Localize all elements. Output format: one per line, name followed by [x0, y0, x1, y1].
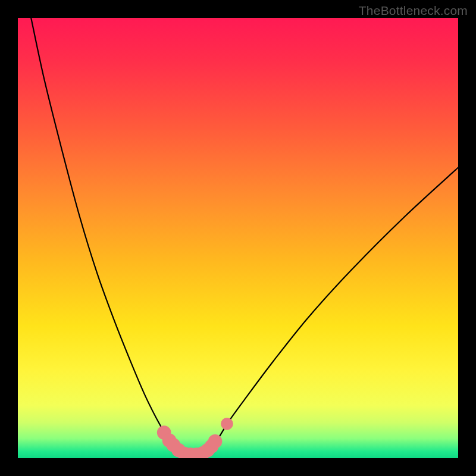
marker-dot — [208, 434, 223, 449]
plot-area — [18, 18, 458, 458]
marker-dot — [221, 418, 233, 430]
gradient-bg — [18, 18, 458, 458]
outer-frame: TheBottleneck.com — [0, 0, 476, 476]
chart-svg — [18, 18, 458, 458]
watermark-text: TheBottleneck.com — [359, 4, 468, 18]
